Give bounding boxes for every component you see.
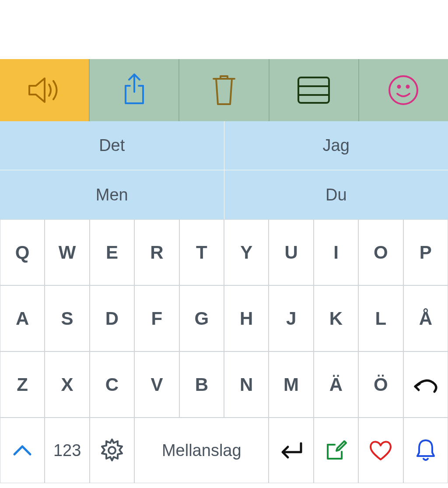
edit-icon (324, 439, 348, 462)
svg-point-6 (108, 447, 116, 454)
key-b[interactable]: B (179, 351, 224, 418)
suggestion-text: Jag (323, 136, 350, 155)
favorite-button[interactable] (358, 418, 403, 483)
gear-icon (99, 438, 125, 463)
space-button[interactable]: Mellanslag (134, 418, 269, 483)
suggestion-cell[interactable]: Det (0, 121, 224, 170)
emoji-button[interactable] (359, 59, 448, 121)
key-e[interactable]: E (90, 219, 134, 285)
key-v[interactable]: V (134, 351, 179, 418)
undo-button[interactable] (403, 351, 448, 418)
key-n[interactable]: N (224, 351, 269, 418)
key-z[interactable]: Z (0, 351, 45, 418)
key-y[interactable]: Y (224, 219, 269, 285)
key-h[interactable]: H (224, 285, 269, 351)
key-u[interactable]: U (269, 219, 313, 285)
svg-rect-0 (298, 77, 329, 103)
bell-icon (415, 438, 437, 463)
settings-button[interactable] (90, 418, 134, 483)
key-s[interactable]: S (45, 285, 89, 351)
return-icon (279, 441, 304, 460)
suggestion-text: Det (99, 136, 125, 155)
suggestion-cell[interactable]: Du (224, 170, 448, 219)
key-x[interactable]: X (45, 351, 89, 418)
key-a[interactable]: A (0, 285, 45, 351)
key-w[interactable]: W (45, 219, 89, 285)
edit-button[interactable] (314, 418, 358, 483)
keyboard: Q W E R T Y U I O P A S D F G H J K L Å … (0, 219, 448, 418)
key-l[interactable]: L (358, 285, 403, 351)
bottom-row: 123 Mellanslag (0, 418, 448, 483)
key-d[interactable]: D (90, 285, 134, 351)
key-p[interactable]: P (403, 219, 448, 285)
suggestion-text: Du (326, 186, 347, 204)
share-icon (120, 73, 148, 108)
smile-icon (388, 74, 419, 106)
key-j[interactable]: J (269, 285, 313, 351)
key-q[interactable]: Q (0, 219, 45, 285)
key-aring[interactable]: Å (403, 285, 448, 351)
toolbar (0, 59, 448, 121)
key-c[interactable]: C (90, 351, 134, 418)
suggestion-bar: Det Jag Men Du (0, 121, 448, 219)
chevron-up-icon (12, 444, 33, 457)
key-k[interactable]: K (314, 285, 358, 351)
notifications-button[interactable] (403, 418, 448, 483)
text-input-area[interactable] (0, 0, 448, 59)
numbers-label: 123 (53, 441, 81, 460)
key-o[interactable]: O (358, 219, 403, 285)
share-button[interactable] (90, 59, 179, 121)
trash-button[interactable] (179, 59, 269, 121)
key-r[interactable]: R (134, 219, 179, 285)
speaker-button[interactable] (0, 59, 90, 121)
numbers-button[interactable]: 123 (45, 418, 89, 483)
suggestion-cell[interactable]: Jag (224, 121, 448, 170)
return-button[interactable] (269, 418, 313, 483)
rows-button[interactable] (270, 59, 359, 121)
trash-icon (211, 74, 237, 107)
key-g[interactable]: G (179, 285, 224, 351)
key-f[interactable]: F (134, 285, 179, 351)
key-adiaeresis[interactable]: Ä (314, 351, 358, 418)
shift-button[interactable] (0, 418, 45, 483)
svg-point-3 (389, 76, 417, 104)
suggestion-text: Men (96, 186, 128, 204)
key-i[interactable]: I (314, 219, 358, 285)
rows-icon (297, 76, 331, 105)
space-label: Mellanslag (162, 441, 242, 460)
svg-point-4 (398, 86, 400, 88)
heart-icon (368, 439, 393, 461)
key-m[interactable]: M (269, 351, 313, 418)
svg-point-5 (407, 86, 409, 88)
undo-icon (413, 374, 438, 395)
suggestion-cell[interactable]: Men (0, 170, 224, 219)
key-odiaeresis[interactable]: Ö (358, 351, 403, 418)
key-t[interactable]: T (179, 219, 224, 285)
speaker-icon (25, 75, 64, 105)
